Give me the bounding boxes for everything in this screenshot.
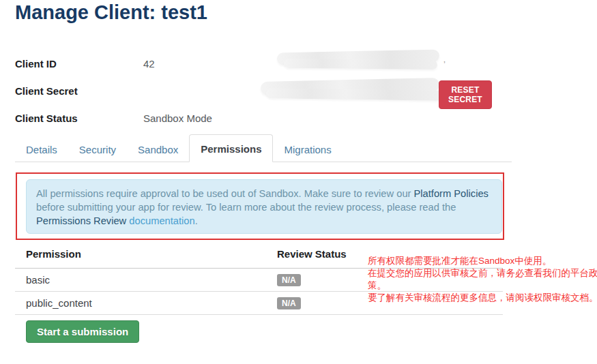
status-badge: N/A bbox=[277, 297, 301, 309]
tab-permissions[interactable]: Permissions bbox=[189, 134, 273, 162]
alert-text: before submitting your app for review. T… bbox=[36, 202, 456, 213]
permission-column-header: Permission bbox=[15, 243, 266, 269]
platform-policies-link[interactable]: Platform Policies bbox=[414, 188, 489, 199]
alert-text: . bbox=[195, 215, 198, 226]
tab-sandbox[interactable]: Sandbox bbox=[127, 138, 189, 162]
annotation-line: 要了解有关审核流程的更多信息，请阅读权限审核文档。 bbox=[368, 292, 597, 304]
alert-text: All permissions require approval to be u… bbox=[36, 188, 414, 199]
annotation-line: 在提交您的应用以供审核之前，请务必查看我们的平台政策。 bbox=[368, 267, 597, 292]
permissions-review-link[interactable]: Permissions Review bbox=[36, 215, 126, 226]
redaction-scribble bbox=[266, 88, 442, 101]
documentation-link[interactable]: documentation bbox=[129, 215, 194, 226]
redaction-scribble bbox=[284, 59, 437, 70]
start-submission-button[interactable]: Start a submission bbox=[26, 320, 139, 343]
client-secret-label: Client Secret bbox=[15, 85, 78, 97]
permission-name: basic bbox=[15, 269, 266, 292]
page-title: Manage Client: test1 bbox=[15, 1, 207, 24]
client-id-row: Client ID 42 ’ bbox=[15, 58, 493, 76]
tab-security[interactable]: Security bbox=[68, 138, 127, 162]
client-id-label: Client ID bbox=[15, 58, 57, 70]
redaction-scribble: ’ bbox=[443, 59, 446, 70]
client-status-row: Client Status Sandbox Mode bbox=[15, 112, 493, 130]
annotation-line: 所有权限都需要批准才能在Sandbox中使用。 bbox=[368, 255, 597, 267]
client-status-value: Sandbox Mode bbox=[143, 112, 212, 124]
tab-bar: Details Security Sandbox Permissions Mig… bbox=[15, 136, 512, 162]
client-status-label: Client Status bbox=[15, 112, 78, 124]
client-id-value: 42 bbox=[143, 58, 155, 70]
reset-secret-button[interactable]: RESET SECRET bbox=[439, 80, 492, 109]
chinese-translation-annotation: 所有权限都需要批准才能在Sandbox中使用。 在提交您的应用以供审核之前，请务… bbox=[368, 255, 597, 304]
tab-details[interactable]: Details bbox=[15, 138, 68, 162]
client-secret-row: Client Secret RESET SECRET bbox=[15, 85, 493, 103]
permission-name: public_content bbox=[15, 292, 266, 315]
permissions-info-alert: All permissions require approval to be u… bbox=[26, 179, 502, 234]
tab-migrations[interactable]: Migrations bbox=[273, 138, 342, 162]
status-badge: N/A bbox=[277, 274, 301, 286]
